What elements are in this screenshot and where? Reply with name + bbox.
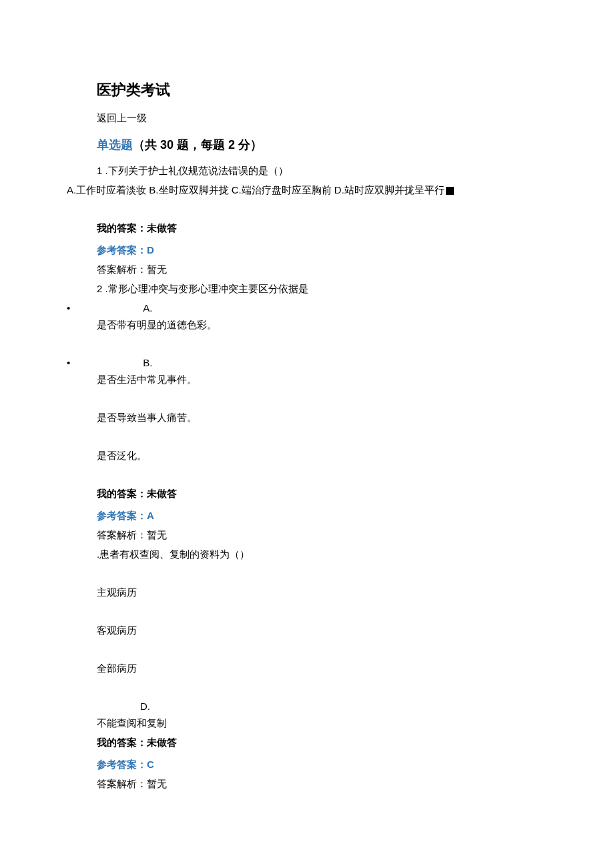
q2-option-c-text[interactable]: 是否导致当事人痛苦。 <box>97 412 547 424</box>
q1-options-text[interactable]: A.工作时应着淡妆 B.坐时应双脚并拢 C.端治疗盘时应至胸前 D.站时应双脚并… <box>67 184 444 195</box>
q2-option-b-label: B. <box>143 357 152 368</box>
q2-explanation: 答案解析：暂无 <box>97 529 547 542</box>
bullet-icon: • <box>67 302 79 314</box>
q2-option-a-text: 是否带有明显的道德色彩。 <box>97 319 547 332</box>
q2-number: 2 <box>97 283 102 294</box>
q1-explanation: 答案解析：暂无 <box>97 264 547 276</box>
q1-stem: .下列关于护士礼仪规范说法错误的是（） <box>105 165 288 176</box>
q2-ref-value: A <box>147 510 154 521</box>
q2-my-answer: 我的答案：未做答 <box>97 488 547 500</box>
q3-reference-answer: 参考答案：C <box>97 759 547 771</box>
q3-option-c-text[interactable]: 全部病历 <box>97 663 547 675</box>
q1-ref-value: D <box>147 244 154 256</box>
black-square-icon <box>446 187 454 195</box>
q3-ref-value: C <box>147 759 154 770</box>
page-title: 医护类考试 <box>97 80 547 100</box>
q2-option-b-row[interactable]: • B. <box>67 357 547 368</box>
q3-option-b-text[interactable]: 客观病历 <box>97 624 547 637</box>
q3-option-d-text[interactable]: 不能查阅和复制 <box>97 717 547 730</box>
q3-option-d-label: D. <box>140 701 547 712</box>
q2-option-b-text: 是否生活中常见事件。 <box>97 374 547 386</box>
q1-number: 1 <box>97 165 102 176</box>
q3-ref-label: 参考答案： <box>97 759 147 770</box>
q1-options-line: A.工作时应着淡妆 B.坐时应双脚并拢 C.端治疗盘时应至胸前 D.站时应双脚并… <box>67 184 547 197</box>
exam-page: 医护类考试 返回上一级 单选题（共 30 题，每题 2 分） 1 .下列关于护士… <box>0 0 614 837</box>
q2-stem-line: 2 .常形心理冲突与变形心理冲突主要区分依据是 <box>97 283 547 296</box>
back-link[interactable]: 返回上一级 <box>97 112 547 125</box>
bullet-icon: • <box>67 357 79 368</box>
q3-my-answer: 我的答案：未做答 <box>97 737 547 749</box>
q3-stem: .患者有权查阅、复制的资料为（） <box>97 548 547 561</box>
q2-reference-answer: 参考答案：A <box>97 510 547 522</box>
q1-stem-line: 1 .下列关于护士礼仪规范说法错误的是（） <box>97 165 547 177</box>
section-header: 单选题（共 30 题，每题 2 分） <box>97 137 547 153</box>
q1-reference-answer: 参考答案：D <box>97 244 547 257</box>
q2-option-a-row[interactable]: • A. <box>67 302 547 314</box>
section-count: （共 30 题，每题 2 分） <box>133 138 262 151</box>
q3-explanation: 答案解析：暂无 <box>97 778 547 791</box>
q3-option-a-text[interactable]: 主观病历 <box>97 586 547 599</box>
section-label: 单选题 <box>97 138 133 151</box>
q2-ref-label: 参考答案： <box>97 510 147 521</box>
q2-option-d-text[interactable]: 是否泛化。 <box>97 450 547 462</box>
q2-option-a-label: A. <box>143 302 152 314</box>
q2-stem: .常形心理冲突与变形心理冲突主要区分依据是 <box>105 283 308 294</box>
q1-my-answer: 我的答案：未做答 <box>97 222 547 235</box>
q1-ref-label: 参考答案： <box>97 244 147 256</box>
